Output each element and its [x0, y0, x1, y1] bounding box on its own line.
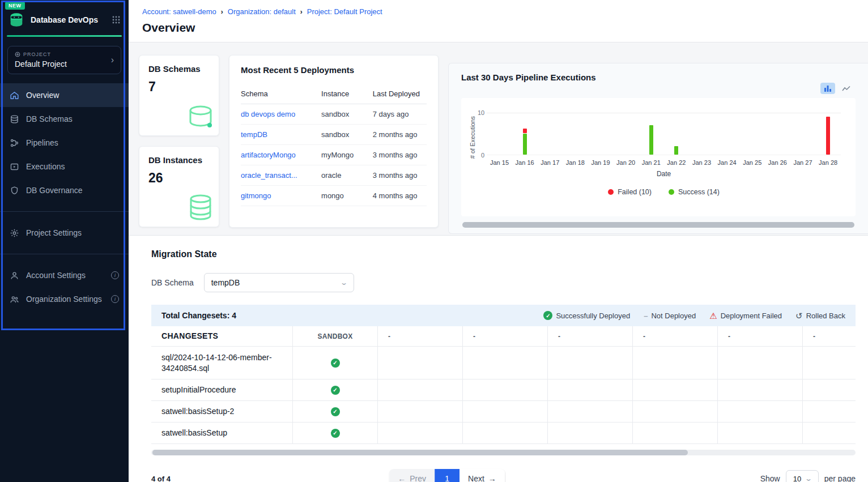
sidebar-item-label: DB Governance — [26, 186, 83, 195]
sidebar-item-label: DB Schemas — [26, 114, 73, 123]
info-icon[interactable]: i — [111, 295, 119, 303]
success-icon — [543, 311, 552, 320]
schema-link[interactable]: tempDB — [241, 130, 267, 139]
pager: ← Prev 1 Next → — [389, 469, 505, 482]
sidebar-item-account-settings[interactable]: Account Settings i — [0, 263, 129, 287]
y-tick-max: 10 — [474, 109, 484, 116]
bar-jan-15 — [487, 113, 512, 155]
sidebar-item-pipelines[interactable]: Pipelines — [0, 131, 129, 155]
x-tick-label: Jan 21 — [639, 159, 664, 166]
card-title: DB Schemas — [148, 64, 210, 74]
sidebar-item-db-schemas[interactable]: DB Schemas — [0, 107, 129, 131]
sidebar-item-overview[interactable]: Overview — [0, 83, 129, 107]
table-row: sql/2024-10-14-12-06-member-34240854.sql — [151, 347, 856, 379]
legend-label: Failed (10) — [618, 188, 652, 196]
x-tick-label: Jan 18 — [563, 159, 588, 166]
migration-summary-band: Total Changesets: 4 Successfully Deploye… — [151, 305, 856, 326]
bar-jan-21 — [639, 113, 664, 155]
chart-horizontal-scrollbar[interactable] — [462, 222, 854, 228]
bar-chart-toggle-button[interactable] — [820, 83, 835, 94]
sidebar-item-label: Project Settings — [26, 228, 82, 237]
next-page-button[interactable]: Next → — [459, 469, 505, 482]
x-tick-label: Jan 16 — [512, 159, 538, 166]
legend-item-success[interactable]: Success (14) — [669, 188, 720, 196]
chevron-down-icon: ⌄ — [805, 475, 812, 482]
sidebar-item-executions[interactable]: Executions — [0, 155, 129, 178]
table-row: oracle_transact... oracle 3 months ago — [241, 165, 427, 186]
x-tick-label: Jan 25 — [739, 159, 765, 166]
column-header-sandbox: SANDBOX — [293, 326, 378, 346]
success-icon[interactable] — [331, 407, 340, 416]
schema-link[interactable]: artifactoryMongo — [241, 151, 296, 159]
section-title: Migration State — [151, 249, 856, 259]
legend-not-deployed: – Not Deployed — [644, 312, 696, 320]
pagination-row: 4 of 4 ← Prev 1 Next → Show 10 — [151, 468, 856, 482]
current-page-button[interactable]: 1 — [435, 469, 459, 482]
table-row: artifactoryMongo myMongo 3 months ago — [241, 145, 427, 165]
table-row: tempDB sandbox 2 months ago — [241, 125, 427, 145]
chevron-right-icon: › — [300, 8, 303, 16]
rollback-icon: ↺ — [795, 312, 803, 320]
executions-play-icon — [10, 162, 19, 172]
horizontal-scrollbar-track[interactable] — [151, 450, 856, 455]
changeset-name: setupInitialProcedure — [151, 379, 293, 400]
db-schema-select[interactable]: tempDB ⌄ — [204, 273, 354, 292]
dash-icon: – — [644, 312, 648, 320]
last-deployed-cell: 7 days ago — [373, 110, 427, 118]
table-row: satwell:basisSetup — [151, 423, 856, 444]
page-size-select[interactable]: 10 ⌄ — [786, 470, 819, 482]
success-dot-icon — [669, 189, 674, 195]
success-icon[interactable] — [331, 386, 340, 395]
migration-header-row: CHANGESETS SANDBOX - - - - - - — [151, 326, 856, 347]
column-header: - — [463, 326, 548, 346]
breadcrumb-account-link[interactable]: Account: satwell-demo — [142, 7, 216, 16]
schema-link[interactable]: gitmongo — [241, 191, 271, 200]
x-tick-label: Jan 27 — [790, 159, 816, 166]
project-selector[interactable]: PROJECT Default Project › — [7, 46, 121, 74]
pipeline-executions-card: Last 30 Days Pipeline Executions # of Ex… — [448, 63, 868, 234]
db-instances-card: DB Instances 26 — [139, 146, 219, 227]
show-label: Show — [760, 474, 780, 482]
chart-type-toggle — [820, 83, 853, 94]
chart-plot-area: 10 0 — [487, 113, 841, 155]
instance-cell: sandbox — [321, 130, 373, 139]
bar-jan-27 — [790, 113, 816, 155]
success-icon[interactable] — [331, 429, 340, 438]
shield-icon — [10, 186, 19, 195]
x-tick-label: Jan 17 — [537, 159, 563, 166]
schema-link[interactable]: oracle_transact... — [241, 171, 297, 180]
changeset-name: sql/2024-10-14-12-06-member-34240854.sql — [151, 347, 293, 379]
sidebar-item-project-settings[interactable]: Project Settings — [0, 221, 129, 245]
schema-link[interactable]: db devops demo — [241, 110, 295, 118]
sidebar-item-label: Executions — [26, 162, 65, 171]
success-icon[interactable] — [331, 359, 340, 368]
horizontal-scrollbar-thumb[interactable] — [152, 450, 688, 455]
chart-legend: Failed (10) Success (14) — [487, 188, 841, 196]
main-content: Account: satwell-demo › Organization: de… — [129, 0, 868, 482]
page-header: Account: satwell-demo › Organization: de… — [129, 0, 868, 42]
breadcrumb-project-link[interactable]: Project: Default Project — [307, 7, 382, 16]
x-tick-label: Jan 24 — [714, 159, 740, 166]
legend-item-failed[interactable]: Failed (10) — [608, 188, 652, 196]
prev-page-button[interactable]: ← Prev — [389, 469, 435, 482]
database-illustration-icon — [184, 100, 215, 132]
table-row: gitmongo mongo 4 months ago — [241, 186, 427, 206]
column-header: - — [718, 326, 803, 346]
project-selector-label: PROJECT — [15, 52, 114, 57]
app-title: Database DevOps — [31, 15, 106, 24]
y-tick-min: 0 — [474, 152, 484, 159]
page-size-control: Show 10 ⌄ per page — [760, 470, 856, 482]
breadcrumb-organization-link[interactable]: Organization: default — [228, 7, 296, 16]
sidebar-item-label: Overview — [26, 91, 59, 100]
line-chart-toggle-button[interactable] — [839, 83, 853, 94]
table-row: satwell:basisSetup-2 — [151, 401, 856, 423]
new-badge: NEW — [5, 2, 25, 10]
apps-grid-icon[interactable] — [112, 15, 121, 24]
recent-deployments-card: Most Recent 5 Deployments Schema Instanc… — [229, 55, 439, 228]
info-icon[interactable]: i — [111, 271, 119, 279]
sidebar-item-organization-settings[interactable]: Organization Settings i — [0, 287, 129, 311]
last-deployed-cell: 3 months ago — [373, 151, 427, 159]
home-icon — [10, 91, 19, 100]
gear-icon — [10, 228, 19, 238]
sidebar-item-db-governance[interactable]: DB Governance — [0, 178, 129, 202]
